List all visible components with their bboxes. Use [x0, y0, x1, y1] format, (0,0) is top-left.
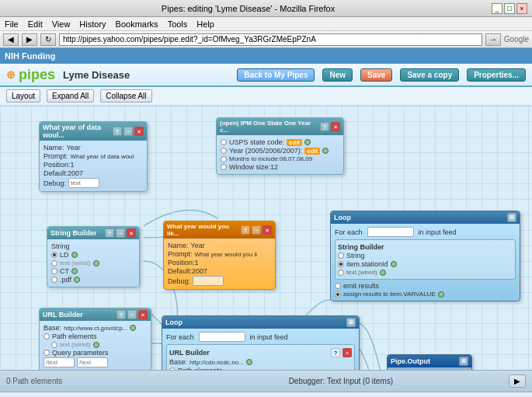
ipm-header: (open) IPM One State One Year c... ? ×	[217, 118, 343, 135]
pipe-output-node[interactable]: Pipe.Output ⊞	[387, 354, 472, 370]
year-connector[interactable]	[322, 148, 329, 154]
loop2-path-radio[interactable]	[169, 367, 176, 370]
wy2-help-icon[interactable]: ?	[241, 225, 250, 235]
ub1-text1-input[interactable]	[43, 357, 75, 367]
loop2-foreach-input[interactable]	[199, 332, 245, 342]
menu-help[interactable]: Help	[196, 19, 214, 29]
loop1-wired-connector[interactable]	[380, 270, 386, 276]
ub1-path-radio[interactable]	[43, 333, 50, 340]
maximize-button[interactable]: □	[504, 3, 515, 14]
usps-label: USPS state code:	[229, 138, 284, 146]
loop2-base-connector[interactable]	[246, 359, 252, 365]
ub1-min-icon[interactable]: −	[127, 310, 137, 319]
loop2-base-label: Base:	[169, 358, 187, 366]
debugger-expand-button[interactable]: ▶	[509, 374, 526, 388]
save-button[interactable]: Save	[360, 68, 392, 82]
ipm-close-button[interactable]: ×	[331, 122, 340, 131]
loop2-ub-close[interactable]: ×	[342, 348, 352, 357]
wy2-debug-input[interactable]	[193, 276, 224, 286]
node-help-icon[interactable]: ?	[113, 127, 122, 136]
sb1-string-label: String	[51, 242, 70, 250]
ub1-base-connector[interactable]	[130, 325, 136, 331]
menu-bar: File Edit View History Bookmarks Tools H…	[0, 17, 532, 31]
debugger-label: Debugger: Text Input (0 items)	[289, 377, 502, 385]
menu-history[interactable]: History	[79, 19, 106, 29]
loop2-ub-help-icon[interactable]: ?	[331, 348, 340, 357]
sb1-ld-radio[interactable]	[51, 252, 57, 258]
ipm-help-icon[interactable]: ?	[320, 122, 329, 131]
ub1-query-radio[interactable]	[43, 350, 50, 356]
close-button[interactable]: ×	[516, 3, 527, 14]
menu-bookmarks[interactable]: Bookmarks	[116, 19, 158, 29]
back-to-pipes-button[interactable]: Back to My Pipes	[237, 68, 315, 82]
collapse-all-button[interactable]: Collapse All	[100, 89, 151, 103]
layout-button[interactable]: Layout	[6, 89, 40, 103]
ipm-node[interactable]: (open) IPM One State One Year c... ? × U…	[216, 117, 344, 175]
ub1-close-button[interactable]: ×	[138, 310, 148, 319]
wy2-position-label: Position:1	[168, 259, 199, 266]
loop1-wired-radio[interactable]	[338, 270, 344, 276]
address-bar[interactable]	[59, 33, 482, 46]
loop1-emit-radio[interactable]	[335, 283, 341, 289]
sb1-ct-radio[interactable]	[51, 268, 57, 274]
loop1-stationid-connector[interactable]	[391, 261, 397, 267]
pipe-name: Lyme Disease	[63, 69, 130, 81]
sb1-close-button[interactable]: ×	[127, 228, 136, 238]
wy2-name-value: Year	[191, 242, 205, 249]
menu-tools[interactable]: Tools	[168, 19, 188, 29]
output-expand-icon[interactable]: ⊞	[459, 357, 468, 366]
months-label: Months to include:06,07,08,09	[229, 155, 312, 162]
what-year-2-node[interactable]: What year would you lik... ? − × Name: Y…	[163, 221, 276, 290]
pipes-logo-icon: ⊕	[6, 68, 16, 81]
ub1-text2-input[interactable]	[77, 357, 108, 367]
properties-button[interactable]: Properties...	[467, 68, 526, 82]
loop1-stationid-radio[interactable]	[338, 261, 344, 267]
loop1-foreach-input[interactable]	[367, 227, 414, 237]
wy2-close-button[interactable]: ×	[263, 225, 272, 235]
wy2-min-icon[interactable]: −	[252, 225, 261, 235]
loop1-assign-radio[interactable]	[335, 291, 341, 298]
refresh-button[interactable]: ↻	[40, 33, 56, 46]
sb1-ld-connector[interactable]	[71, 252, 78, 258]
ub1-wired-radio[interactable]	[51, 342, 57, 348]
loop2-expand-icon[interactable]: ⊞	[346, 318, 356, 327]
sb1-pdf-connector[interactable]	[74, 277, 80, 283]
loop-1-node[interactable]: Loop ⊞ For each in input feed String Bui…	[330, 211, 520, 301]
pipe-output-title: Pipe.Output	[391, 357, 430, 365]
minimize-button[interactable]: _	[492, 3, 502, 14]
sb1-wired-radio[interactable]	[51, 260, 57, 266]
what-year-1-node[interactable]: What year of data woul... ? − × Name: Ye…	[39, 121, 148, 192]
debug-input[interactable]	[68, 178, 99, 188]
menu-view[interactable]: View	[52, 19, 71, 29]
new-button[interactable]: New	[322, 68, 353, 82]
node-minimize-icon[interactable]: −	[123, 127, 133, 136]
sb1-ct-connector[interactable]	[71, 268, 78, 274]
forward-button[interactable]: ▶	[22, 33, 37, 46]
year-radio[interactable]	[221, 148, 227, 154]
go-button[interactable]: →	[485, 33, 501, 46]
url-builder-1-node[interactable]: URL Builder ? − × Base: http://www.ct.go…	[39, 308, 151, 370]
loop-2-node[interactable]: Loop ⊞ For each in input feed URL Builde…	[162, 315, 360, 370]
loop2-foreach-label: For each	[166, 333, 194, 341]
usps-radio[interactable]	[221, 139, 227, 145]
window-radio[interactable]	[221, 164, 227, 170]
string-builder-1-node[interactable]: String Builder ? − × String LD text (wir…	[47, 226, 140, 287]
months-radio[interactable]	[221, 156, 227, 162]
sb1-help-icon[interactable]: ?	[105, 228, 114, 238]
menu-edit[interactable]: Edit	[28, 19, 43, 29]
usps-connector[interactable]	[304, 139, 311, 145]
loop1-expand-icon[interactable]: ⊞	[507, 213, 516, 222]
sb1-pdf-radio[interactable]	[51, 277, 57, 283]
loop1-assign-connector[interactable]	[438, 291, 444, 298]
ub1-wired-connector[interactable]	[93, 342, 99, 348]
back-button[interactable]: ◀	[3, 33, 19, 46]
node-close-button[interactable]: ×	[134, 127, 144, 136]
expand-all-button[interactable]: Expand All	[47, 89, 94, 103]
ub1-help-icon[interactable]: ?	[116, 310, 126, 319]
sb1-wired-connector[interactable]	[93, 260, 99, 266]
sb1-min-icon[interactable]: −	[116, 228, 125, 238]
loop1-string-radio[interactable]	[338, 252, 344, 259]
menu-file[interactable]: File	[5, 19, 19, 29]
save-copy-button[interactable]: Save a copy	[400, 68, 459, 82]
prompt-value: What year of data woul	[71, 153, 134, 160]
